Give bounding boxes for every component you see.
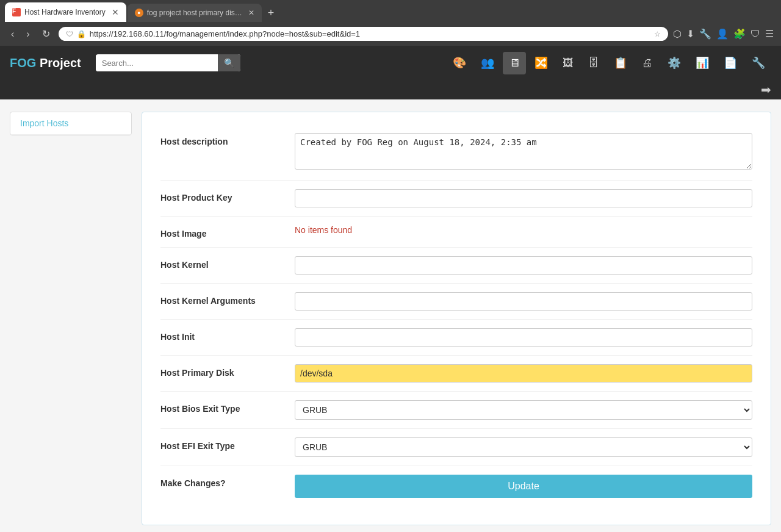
pocket-icon[interactable]: ⬡ bbox=[673, 28, 682, 40]
star-icon[interactable]: ☆ bbox=[654, 30, 661, 38]
secure-icon: 🛡 bbox=[66, 30, 73, 38]
control-make-changes: Update bbox=[295, 475, 752, 498]
form-row-make-changes: Make Changes? Update bbox=[160, 466, 752, 506]
nav-images[interactable]: 🖼 bbox=[556, 52, 580, 74]
control-host-description: Created by FOG Reg on August 18, 2024, 2… bbox=[295, 133, 752, 171]
active-tab-label: Host Hardware Inventory bbox=[24, 8, 106, 16]
fog-nav: 🎨 👥 🖥 🔀 🖼 🗄 📋 🖨 ⚙️ 📊 📄 🔧 bbox=[447, 51, 771, 74]
nav-tools[interactable]: 🔧 bbox=[746, 51, 771, 74]
control-host-kernel bbox=[295, 256, 752, 275]
label-host-bios-exit-type: Host Bios Exit Type bbox=[160, 400, 295, 414]
label-host-product-key: Host Product Key bbox=[160, 189, 295, 203]
host-primary-disk-input[interactable]: /dev/sda bbox=[295, 364, 752, 383]
nav-tasks[interactable]: 📄 bbox=[718, 51, 743, 74]
lock-icon: 🔒 bbox=[77, 30, 86, 38]
sidebar-panel: Import Hosts bbox=[10, 112, 132, 135]
label-host-init: Host Init bbox=[160, 328, 295, 342]
form-row-host-init: Host Init bbox=[160, 320, 752, 356]
download-icon[interactable]: ⬇ bbox=[686, 28, 694, 40]
form-row-host-primary-disk: Host Primary Disk /dev/sda bbox=[160, 356, 752, 392]
fog-brand: FOG bbox=[10, 56, 36, 70]
nav-dashboard[interactable]: 🎨 bbox=[447, 51, 472, 74]
tab-close-active[interactable]: ✕ bbox=[112, 8, 119, 16]
host-bios-exit-type-select[interactable]: GRUB reboot shutdown bbox=[295, 400, 752, 420]
tab-favicon-inactive: ● bbox=[135, 9, 143, 17]
host-efi-exit-type-select[interactable]: GRUB reboot shutdown bbox=[295, 437, 752, 457]
nav-storage[interactable]: 🗄 bbox=[582, 52, 605, 74]
menu-icon[interactable]: ☰ bbox=[765, 28, 774, 40]
new-tab-button[interactable]: + bbox=[263, 4, 279, 22]
refresh-button[interactable]: ↻ bbox=[38, 26, 54, 42]
form-row-host-product-key: Host Product Key bbox=[160, 181, 752, 217]
form-row-host-kernel-arguments: Host Kernel Arguments bbox=[160, 284, 752, 320]
browser-tab-inactive[interactable]: ● fog project host primary disk u... ✕ bbox=[128, 4, 262, 22]
host-kernel-arguments-input[interactable] bbox=[295, 292, 752, 311]
address-bar[interactable]: 🛡 🔒 https://192.168.60.11/fog/management… bbox=[59, 27, 668, 41]
control-host-efi-exit-type: GRUB reboot shutdown bbox=[295, 437, 752, 457]
fog-logo: FOG Project bbox=[10, 56, 81, 70]
control-host-init bbox=[295, 328, 752, 347]
search-button[interactable]: 🔍 bbox=[218, 54, 240, 71]
host-description-input[interactable]: Created by FOG Reg on August 18, 2024, 2… bbox=[295, 133, 752, 170]
tab-close-inactive[interactable]: ✕ bbox=[248, 9, 254, 17]
label-host-description: Host description bbox=[160, 133, 295, 146]
browser-nav-icons: ⬡ ⬇ 🔧 👤 🧩 🛡 ☰ bbox=[673, 28, 774, 40]
fog-project: Project bbox=[40, 56, 81, 70]
form-row-host-bios-exit-type: Host Bios Exit Type GRUB reboot shutdown bbox=[160, 392, 752, 429]
label-host-image: Host Image bbox=[160, 225, 295, 239]
tools-icon[interactable]: 🔧 bbox=[699, 28, 711, 40]
label-host-efi-exit-type: Host EFI Exit Type bbox=[160, 437, 295, 451]
control-host-product-key bbox=[295, 189, 752, 207]
url-display[interactable]: https://192.168.60.11/fog/management/ind… bbox=[90, 29, 650, 38]
update-button[interactable]: Update bbox=[295, 475, 752, 498]
logout-bar: ➡ bbox=[0, 80, 781, 99]
main-content: Import Hosts Host description Created by… bbox=[0, 99, 781, 532]
extensions-icon[interactable]: 🧩 bbox=[733, 28, 746, 40]
form-row-host-image: Host Image No items found bbox=[160, 217, 752, 248]
nav-network[interactable]: 🔀 bbox=[528, 51, 554, 74]
nav-bar: ‹ › ↻ 🛡 🔒 https://192.168.60.11/fog/mana… bbox=[0, 22, 781, 46]
no-items-text: No items found bbox=[295, 221, 352, 235]
tab-favicon-fog: F bbox=[12, 8, 21, 16]
form-row-host-kernel: Host Kernel bbox=[160, 248, 752, 284]
logout-button[interactable]: ➡ bbox=[761, 82, 771, 97]
control-host-primary-disk: /dev/sda bbox=[295, 364, 752, 383]
label-host-kernel: Host Kernel bbox=[160, 256, 295, 270]
label-make-changes: Make Changes? bbox=[160, 475, 295, 488]
sidebar-item-import-hosts[interactable]: Import Hosts bbox=[10, 112, 131, 135]
forward-button[interactable]: › bbox=[23, 26, 33, 42]
fog-search-container: 🔍 bbox=[96, 54, 240, 71]
search-input[interactable] bbox=[96, 55, 218, 71]
host-kernel-input[interactable] bbox=[295, 256, 752, 275]
form-row-host-efi-exit-type: Host EFI Exit Type GRUB reboot shutdown bbox=[160, 429, 752, 466]
nav-settings[interactable]: ⚙️ bbox=[661, 51, 687, 74]
host-product-key-input[interactable] bbox=[295, 189, 752, 207]
control-host-kernel-arguments bbox=[295, 292, 752, 311]
content-panel: Host description Created by FOG Reg on A… bbox=[142, 112, 771, 525]
nav-hosts[interactable]: 🖥 bbox=[503, 52, 526, 74]
nav-reports[interactable]: 📊 bbox=[689, 51, 715, 74]
nav-printers[interactable]: 🖨 bbox=[636, 52, 659, 74]
form-row-host-description: Host description Created by FOG Reg on A… bbox=[160, 124, 752, 181]
host-init-input[interactable] bbox=[295, 328, 752, 347]
fog-header: FOG Project 🔍 🎨 👥 🖥 🔀 🖼 🗄 📋 🖨 ⚙️ 📊 📄 🔧 bbox=[0, 46, 781, 80]
label-host-kernel-arguments: Host Kernel Arguments bbox=[160, 292, 295, 306]
shield-icon[interactable]: 🛡 bbox=[750, 29, 760, 40]
back-button[interactable]: ‹ bbox=[7, 26, 18, 42]
control-host-image: No items found bbox=[295, 225, 752, 235]
nav-users[interactable]: 👥 bbox=[475, 51, 500, 74]
label-host-primary-disk: Host Primary Disk bbox=[160, 364, 295, 378]
control-host-bios-exit-type: GRUB reboot shutdown bbox=[295, 400, 752, 420]
inactive-tab-label: fog project host primary disk u... bbox=[147, 9, 245, 17]
sidebar: Import Hosts bbox=[10, 112, 132, 525]
browser-tab-bar: F Host Hardware Inventory ✕ ● fog projec… bbox=[0, 0, 781, 22]
nav-snapins[interactable]: 📋 bbox=[608, 51, 633, 74]
browser-tab-active[interactable]: F Host Hardware Inventory ✕ bbox=[5, 2, 126, 22]
account-icon[interactable]: 👤 bbox=[716, 28, 729, 40]
